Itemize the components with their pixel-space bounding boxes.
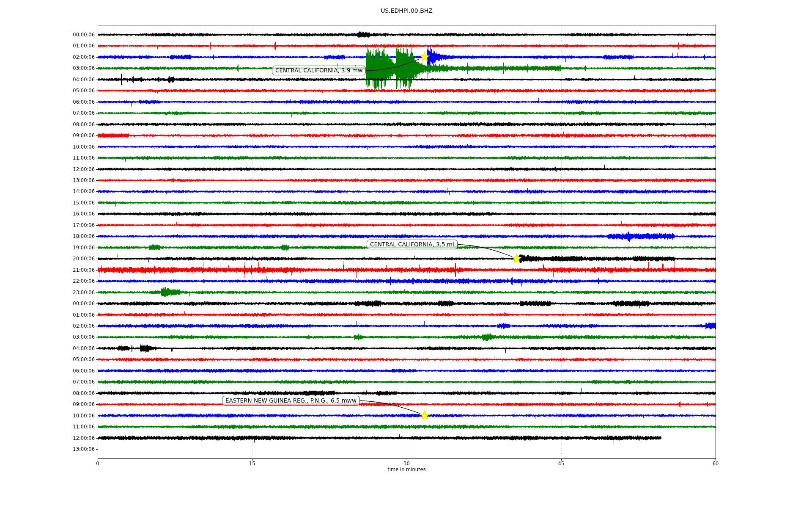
y-tick-label: 06:00:06 xyxy=(0,99,95,105)
y-tick-label: 18:00:06 xyxy=(0,233,95,239)
y-tick-label: 17:00:06 xyxy=(0,222,95,228)
y-tick-label: 15:00:06 xyxy=(0,200,95,206)
x-tick-label: 45 xyxy=(549,461,574,467)
y-tick-label: 05:00:06 xyxy=(0,88,95,94)
annotation-leader-line xyxy=(360,401,420,414)
event-annotation-central-california-3-9: CENTRAL CALIFORNIA, 3.9 mw xyxy=(272,66,366,75)
y-tick-label: 02:00:06 xyxy=(0,54,95,60)
x-tick-label: 30 xyxy=(394,461,420,467)
y-tick-label: 03:00:06 xyxy=(0,334,95,340)
y-tick-label: 19:00:06 xyxy=(0,245,95,251)
y-tick-label: 01:00:06 xyxy=(0,43,95,49)
y-tick-label: 20:00:06 xyxy=(0,256,95,262)
event-annotation-eastern-new-guinea: EASTERN NEW GUINEA REG., P.N.G., 6.5 mww xyxy=(222,396,360,406)
event-star-icon xyxy=(420,411,430,420)
y-tick-label: 12:00:06 xyxy=(0,166,95,172)
annotation-leader-line xyxy=(458,245,512,257)
y-tick-label: 07:00:06 xyxy=(0,110,95,116)
event-annotation-label: CENTRAL CALIFORNIA, 3.9 mw xyxy=(275,67,362,74)
seismogram-figure: US.EDHPI.00.BHZ 00:00:0601:00:0602:00:06… xyxy=(0,0,812,508)
y-tick-label: 21:00:06 xyxy=(0,267,95,273)
y-tick-label: 14:00:06 xyxy=(0,188,95,194)
y-tick-label: 13:00:06 xyxy=(0,446,95,452)
y-tick-label: 06:00:06 xyxy=(0,368,95,374)
y-tick-label: 22:00:06 xyxy=(0,278,95,284)
y-tick-label: 13:00:06 xyxy=(0,177,95,183)
y-tick-label: 12:00:06 xyxy=(0,435,95,441)
x-axis-label: time in minutes xyxy=(98,467,716,472)
annotation-leader-line xyxy=(366,59,420,71)
event-annotation-label: EASTERN NEW GUINEA REG., P.N.G., 6.5 mww xyxy=(225,397,357,404)
annotation-leader-lines xyxy=(0,0,812,508)
page-title: US.EDHPI.00.BHZ xyxy=(98,7,716,14)
y-tick-label: 09:00:06 xyxy=(0,401,95,407)
x-tick-label: 15 xyxy=(239,461,265,467)
y-tick-label: 23:00:06 xyxy=(0,290,95,295)
y-tick-label: 08:00:06 xyxy=(0,390,95,396)
y-tick-label: 11:00:06 xyxy=(0,424,95,430)
y-tick-label: 10:00:06 xyxy=(0,144,95,150)
y-tick-label: 09:00:06 xyxy=(0,133,95,138)
y-tick-label: 04:00:06 xyxy=(0,77,95,83)
event-annotation-central-california-3-5: CENTRAL CALIFORNIA, 3.5 ml xyxy=(367,240,458,249)
event-annotation-label: CENTRAL CALIFORNIA, 3.5 ml xyxy=(370,241,454,248)
y-tick-label: 02:00:06 xyxy=(0,323,95,329)
y-tick-label: 11:00:06 xyxy=(0,155,95,161)
event-star-icon xyxy=(512,254,522,263)
x-tick-label: 60 xyxy=(703,461,728,467)
event-star-icon xyxy=(420,52,430,61)
y-tick-label: 00:00:06 xyxy=(0,301,95,306)
y-tick-label: 01:00:06 xyxy=(0,312,95,318)
y-tick-label: 10:00:06 xyxy=(0,413,95,419)
x-tick-label: 0 xyxy=(85,461,110,467)
y-tick-label: 08:00:06 xyxy=(0,121,95,127)
y-tick-label: 05:00:06 xyxy=(0,356,95,362)
y-tick-label: 16:00:06 xyxy=(0,211,95,217)
y-tick-label: 07:00:06 xyxy=(0,379,95,385)
y-tick-label: 00:00:06 xyxy=(0,32,95,38)
y-tick-label: 03:00:06 xyxy=(0,65,95,71)
y-tick-label: 04:00:06 xyxy=(0,345,95,351)
